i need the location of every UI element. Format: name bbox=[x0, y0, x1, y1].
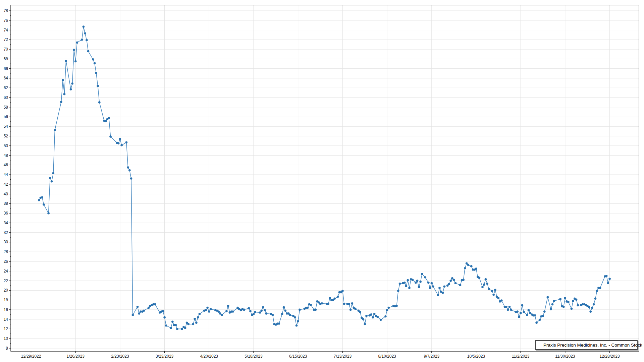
data-point-marker bbox=[421, 273, 423, 275]
data-point-marker bbox=[43, 203, 45, 206]
x-axis-tick-label: 10/5/2023 bbox=[467, 354, 485, 359]
legend: Praxis Precision Medicines, Inc. - Commo… bbox=[535, 340, 638, 350]
y-axis-tick-label: 12 bbox=[4, 326, 8, 331]
y-axis-tick-label: 58 bbox=[4, 105, 8, 110]
data-point-marker bbox=[176, 328, 178, 330]
data-point-marker bbox=[608, 278, 611, 280]
data-point-marker bbox=[148, 307, 150, 309]
data-point-marker bbox=[284, 309, 287, 312]
data-point-marker bbox=[481, 286, 484, 288]
data-point-marker bbox=[589, 310, 592, 313]
price-history-plot: 8101214161820222426283032343638404244464… bbox=[0, 0, 644, 362]
data-point-marker bbox=[73, 49, 75, 51]
y-axis-tick-label: 10 bbox=[4, 336, 8, 341]
series-praxis-common-stock bbox=[38, 25, 611, 330]
x-axis-tick-label: 11/30/2023 bbox=[555, 354, 575, 359]
data-point-marker bbox=[221, 314, 223, 316]
data-point-marker bbox=[462, 279, 465, 281]
data-point-marker bbox=[249, 310, 252, 312]
data-point-marker bbox=[171, 321, 174, 323]
data-point-marker bbox=[596, 290, 598, 292]
data-point-marker bbox=[310, 304, 312, 306]
y-axis-tick-label: 22 bbox=[4, 279, 8, 283]
data-point-marker bbox=[217, 310, 220, 313]
data-point-marker bbox=[321, 302, 323, 305]
data-point-marker bbox=[264, 309, 266, 311]
data-point-marker bbox=[567, 301, 570, 303]
data-point-marker bbox=[535, 321, 538, 324]
data-point-marker bbox=[523, 311, 525, 313]
data-point-marker bbox=[478, 277, 481, 279]
data-point-marker bbox=[494, 289, 496, 291]
data-point-marker bbox=[380, 319, 382, 321]
data-point-marker bbox=[588, 306, 590, 308]
data-point-marker bbox=[94, 62, 96, 65]
data-point-marker bbox=[365, 315, 368, 317]
data-point-marker bbox=[429, 287, 431, 289]
data-point-marker bbox=[206, 307, 209, 309]
data-point-marker bbox=[437, 294, 439, 296]
x-axis-tick-label: 2/23/2023 bbox=[111, 354, 129, 359]
data-point-marker bbox=[63, 93, 66, 96]
data-point-marker bbox=[294, 316, 296, 319]
data-point-marker bbox=[518, 316, 520, 318]
data-point-marker bbox=[154, 303, 156, 306]
data-point-marker bbox=[181, 328, 183, 330]
data-point-marker bbox=[243, 309, 245, 311]
data-point-marker bbox=[404, 282, 406, 284]
data-point-marker bbox=[412, 279, 414, 281]
y-axis-tick-label: 76 bbox=[4, 18, 8, 23]
data-point-marker bbox=[354, 308, 357, 310]
data-point-marker bbox=[454, 282, 457, 285]
x-axis-tick-label: 3/23/2023 bbox=[156, 354, 174, 359]
data-point-marker bbox=[92, 58, 94, 61]
data-point-marker bbox=[432, 286, 434, 288]
data-point-marker bbox=[510, 309, 513, 311]
data-point-marker bbox=[372, 316, 374, 319]
data-point-marker bbox=[260, 309, 263, 312]
x-axis-tick-label: 9/7/2023 bbox=[424, 354, 439, 359]
data-point-marker bbox=[418, 286, 420, 288]
data-point-marker bbox=[184, 327, 186, 329]
data-point-marker bbox=[170, 327, 172, 329]
data-point-marker bbox=[143, 309, 145, 312]
data-point-marker bbox=[165, 324, 167, 327]
data-point-marker bbox=[60, 101, 62, 103]
data-point-marker bbox=[575, 298, 578, 301]
data-point-marker bbox=[81, 39, 83, 41]
data-point-marker bbox=[485, 278, 487, 281]
data-point-marker bbox=[70, 88, 72, 90]
data-point-marker bbox=[208, 310, 210, 313]
data-point-marker bbox=[262, 306, 264, 308]
data-point-marker bbox=[470, 265, 473, 267]
data-point-marker bbox=[265, 312, 268, 315]
data-point-marker bbox=[438, 287, 441, 289]
y-axis-tick-label: 50 bbox=[4, 143, 8, 148]
data-point-marker bbox=[83, 25, 85, 28]
legend-series-label: Praxis Precision Medicines, Inc. - Commo… bbox=[543, 343, 642, 348]
data-point-marker bbox=[289, 314, 291, 316]
data-point-marker bbox=[197, 316, 199, 319]
x-axis-tick-label: 1/26/2023 bbox=[67, 354, 85, 359]
data-point-marker bbox=[108, 117, 110, 120]
data-point-marker bbox=[278, 322, 280, 325]
data-point-marker bbox=[125, 141, 128, 143]
plot-border bbox=[11, 5, 639, 351]
stock-price-chart: 8101214161820222426283032343638404244464… bbox=[0, 0, 644, 362]
data-point-marker bbox=[47, 212, 50, 215]
data-point-marker bbox=[388, 307, 390, 309]
data-point-marker bbox=[51, 180, 53, 183]
y-axis-tick-label: 56 bbox=[4, 114, 8, 119]
data-point-marker bbox=[253, 313, 255, 315]
data-point-marker bbox=[526, 314, 528, 316]
y-axis-tick-label: 52 bbox=[4, 134, 8, 138]
data-point-marker bbox=[259, 311, 261, 314]
data-point-marker bbox=[572, 300, 574, 302]
data-point-marker bbox=[105, 120, 107, 122]
y-axis-tick-label: 20 bbox=[4, 288, 8, 293]
data-point-marker bbox=[591, 307, 593, 309]
y-axis-tick-label: 18 bbox=[4, 298, 8, 302]
data-point-marker bbox=[516, 310, 519, 313]
data-point-marker bbox=[281, 313, 283, 315]
y-axis-tick-label: 32 bbox=[4, 230, 8, 235]
